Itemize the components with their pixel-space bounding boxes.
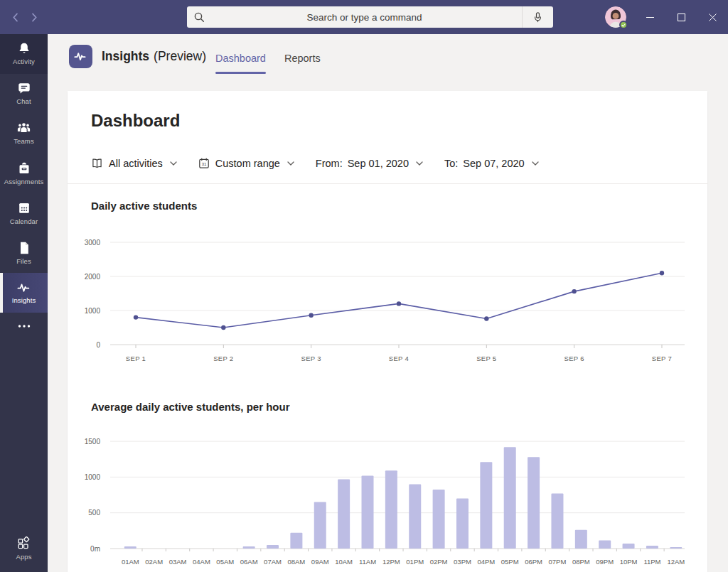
- bar: [124, 546, 136, 549]
- page-title: Dashboard: [91, 111, 180, 131]
- chevron-down-icon: [287, 161, 294, 166]
- back-button[interactable]: [10, 10, 20, 24]
- sidebar-item-apps[interactable]: Apps: [0, 529, 48, 568]
- app-suffix: (Preview): [154, 49, 206, 64]
- x-axis-label: 10AM: [335, 558, 353, 566]
- y-axis-label: 500: [88, 509, 100, 517]
- x-axis-label: 05PM: [501, 558, 519, 566]
- hourly-active-students-chart: 0m5001000150001AM02AM03AM04AM05AM06AM07A…: [68, 433, 707, 572]
- daily-active-students-chart: 0100020003000SEP 1SEP 2SEP 3SEP 4SEP 5SE…: [68, 237, 707, 372]
- x-axis-label: 07AM: [264, 558, 282, 566]
- close-button[interactable]: [697, 0, 728, 34]
- calendar-icon: [17, 202, 31, 215]
- activity-filter-dropdown[interactable]: All activities: [91, 158, 177, 169]
- y-axis-label: 1000: [85, 307, 101, 315]
- bar: [623, 544, 635, 549]
- x-axis-label: 08AM: [287, 558, 305, 566]
- app-rail: Activity Chat Teams Assignments: [0, 34, 48, 572]
- x-axis-label: 04AM: [193, 558, 210, 566]
- title-bar: [0, 0, 728, 34]
- bar: [314, 502, 326, 549]
- dashboard-card: Dashboard All activities: [68, 91, 707, 572]
- data-point: [134, 315, 138, 319]
- x-axis-label: 03PM: [454, 558, 471, 566]
- bar: [575, 530, 587, 549]
- close-icon: [709, 14, 717, 21]
- sidebar-item-label: Apps: [16, 553, 31, 561]
- sidebar-item-chat[interactable]: Chat: [0, 74, 48, 114]
- from-date-dropdown[interactable]: From: Sep 01, 2020: [316, 158, 423, 169]
- ellipsis-icon: [17, 324, 31, 328]
- pulse-icon: [16, 281, 32, 294]
- backpack-icon: [17, 162, 31, 176]
- app-header: Insights (Preview) Dashboard Reports: [48, 34, 728, 91]
- bar: [362, 475, 374, 549]
- tab-dashboard[interactable]: Dashboard: [215, 51, 266, 74]
- date-range-dropdown[interactable]: 31 Custom range: [198, 158, 294, 169]
- x-axis-label: 07PM: [549, 558, 567, 566]
- data-point: [397, 301, 401, 306]
- calendar-31-icon: 31: [198, 158, 210, 169]
- to-date-dropdown[interactable]: To: Sep 07, 2020: [444, 158, 539, 169]
- x-axis-label: 01AM: [122, 558, 139, 566]
- mic-button[interactable]: [522, 6, 553, 28]
- insights-app-icon: [69, 45, 92, 68]
- activity-filter-value: All activities: [109, 158, 163, 169]
- tab-bar: Dashboard Reports: [215, 51, 321, 74]
- y-axis-label: 0m: [90, 545, 100, 553]
- chevron-down-icon: [532, 161, 539, 166]
- forward-button[interactable]: [29, 10, 39, 24]
- sidebar-item-activity[interactable]: Activity: [0, 34, 48, 74]
- bar: [433, 490, 445, 549]
- x-axis-label: 10PM: [620, 558, 638, 566]
- book-icon: [91, 158, 103, 169]
- y-axis-label: 1500: [85, 438, 101, 446]
- sidebar-item-label: Files: [16, 257, 31, 265]
- x-axis-label: SEP 6: [564, 355, 584, 362]
- bar: [480, 462, 492, 549]
- x-axis-label: 03AM: [169, 558, 187, 566]
- chevron-down-icon: [416, 161, 423, 166]
- y-axis-label: 1000: [85, 473, 101, 481]
- minimize-icon: [646, 14, 654, 21]
- from-date-value: Sep 01, 2020: [348, 158, 409, 169]
- window-controls: [634, 0, 728, 34]
- sidebar-item-assignments[interactable]: Assignments: [0, 153, 48, 193]
- x-axis-label: 02AM: [145, 558, 163, 566]
- search-input[interactable]: [208, 6, 520, 28]
- to-date-value: Sep 07, 2020: [463, 158, 524, 169]
- app-title: Insights (Preview): [102, 45, 206, 68]
- to-label: To:: [444, 158, 458, 169]
- x-axis-label: 06AM: [240, 558, 258, 566]
- sidebar-item-insights[interactable]: Insights: [0, 273, 48, 313]
- x-axis-label: SEP 1: [126, 355, 146, 362]
- x-axis-label: 12PM: [382, 558, 400, 566]
- maximize-button[interactable]: [665, 0, 697, 34]
- bar: [599, 540, 611, 549]
- filter-row: All activities 31 Custom range: [91, 156, 539, 171]
- x-axis-label: SEP 5: [476, 355, 496, 362]
- command-search-box[interactable]: [187, 6, 553, 28]
- sidebar-item-calendar[interactable]: Calendar: [0, 193, 48, 233]
- x-axis-label: SEP 3: [301, 355, 321, 362]
- bar-chart-title: Average daily active students, per hour: [91, 401, 290, 413]
- sidebar-item-teams[interactable]: Teams: [0, 114, 48, 153]
- x-axis-label: 09PM: [596, 558, 614, 566]
- bar: [551, 494, 563, 549]
- microphone-icon: [532, 11, 544, 23]
- profile-avatar[interactable]: [605, 6, 626, 28]
- x-axis-label: 01PM: [406, 558, 424, 566]
- sidebar-more-options[interactable]: [0, 313, 48, 340]
- tab-reports[interactable]: Reports: [284, 51, 321, 74]
- y-axis-label: 2000: [85, 273, 101, 281]
- sidebar-item-files[interactable]: Files: [0, 233, 48, 273]
- minimize-button[interactable]: [634, 0, 665, 34]
- x-axis-label: SEP 4: [389, 355, 409, 362]
- trend-line: [136, 273, 662, 328]
- chevron-right-icon: [31, 13, 38, 22]
- x-axis-label: 04PM: [477, 558, 495, 566]
- bar: [338, 479, 350, 549]
- x-axis-label: 12AM: [667, 558, 685, 566]
- app-name: Insights: [102, 49, 149, 64]
- x-axis-label: 11PM: [643, 558, 660, 566]
